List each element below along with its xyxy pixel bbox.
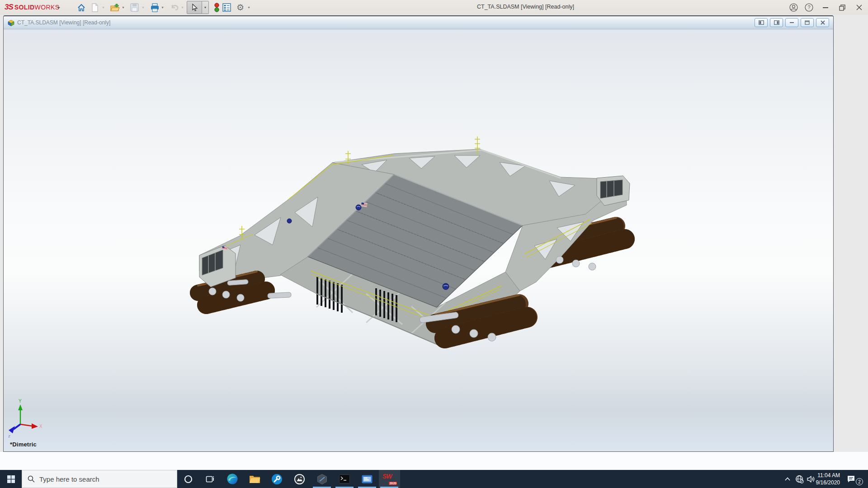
doc-minimize-button[interactable] [785,18,798,27]
hexagon-app-icon [316,474,328,485]
new-document-icon [91,3,99,12]
task-view-button[interactable] [199,470,221,488]
select-tool-dropdown[interactable]: ▾ [202,1,209,14]
svg-text:Z: Z [8,434,10,438]
menu-expander-arrow[interactable]: ▸ [58,4,62,11]
taskbar-app-command-prompt[interactable] [334,470,355,488]
tray-network-button[interactable] [793,470,806,488]
start-button[interactable] [0,470,22,488]
minimize-button[interactable] [816,0,835,15]
assembly-document-icon [7,19,15,27]
close-button[interactable] [850,0,868,15]
tray-show-hidden-icons[interactable] [781,470,794,488]
chevron-up-icon [784,477,791,481]
app-title: CT_TA.SLDASM [Viewing] [Read-only] [477,4,574,10]
undo-dropdown[interactable]: ▾ [179,1,185,14]
help-icon: ? [805,3,813,12]
wrench-circle-icon [271,474,283,485]
brand-mark: 3S [5,3,13,12]
list-report-icon [222,3,231,12]
app-window-icon [362,475,373,483]
crawler-transporter-model: Y X Z [4,29,833,452]
taskbar-app-edge[interactable] [222,470,243,488]
search-placeholder-text: Type here to search [39,475,99,483]
graphics-viewport[interactable]: Y X Z *Dimetric [4,29,833,451]
select-tool-group: ▾ [187,1,209,14]
doc-close-button[interactable] [816,18,829,27]
document-titlebar[interactable]: CT_TA.SLDASM [Viewing] [Read-only] [4,16,833,29]
save-dropdown[interactable]: ▾ [140,1,146,14]
clock-date: 9/16/2020 [810,479,840,486]
brand-name-bold: SOLID [14,4,35,11]
statusbar [0,452,868,470]
svg-text:?: ? [807,5,810,10]
view-orientation-label: *Dimetric [10,441,37,448]
globe-no-internet-icon [795,475,804,483]
action-center-button[interactable] [844,470,858,488]
svg-text:X: X [39,424,42,429]
options-button[interactable]: ⚙ [234,1,246,14]
gear-icon: ⚙ [236,2,244,13]
restore-button[interactable] [833,0,851,15]
taskbar-app-window[interactable] [356,470,378,488]
new-document-dropdown[interactable]: ▾ [100,1,106,14]
options-dropdown[interactable]: ▾ [246,1,252,14]
taskbar-app-tool-circle[interactable] [266,470,288,488]
account-icon [789,3,798,12]
restore-icon [839,5,845,11]
file-explorer-icon [249,474,260,484]
undo-button[interactable] [169,1,181,14]
taskbar-app-file-explorer[interactable] [244,470,265,488]
tile-left-icon [759,20,764,25]
print-dropdown[interactable]: ▾ [160,1,165,14]
taskbar-search-input[interactable]: Type here to search [22,470,177,488]
command-prompt-icon [339,474,350,483]
open-dropdown[interactable]: ▾ [120,1,126,14]
taskbar-app-photos[interactable] [288,470,310,488]
open-button[interactable] [108,1,121,14]
new-document-button[interactable] [89,1,101,14]
doc-tile-right-button[interactable] [770,18,783,27]
doc-restore-button[interactable] [801,18,814,27]
bill-of-materials-button[interactable] [221,1,233,14]
doc-tile-left-button[interactable] [755,18,768,27]
action-center-icon [847,475,856,483]
save-button[interactable] [128,1,141,14]
windows-logo-icon [7,475,15,483]
print-icon [150,3,160,12]
app-background [834,15,868,452]
solidworks-year-badge: 2020 [389,482,397,485]
photos-icon [294,474,305,485]
taskbar-app-solidworks[interactable]: SW 2020 [378,470,400,488]
document-title: CT_TA.SLDASM [Viewing] [Read-only] [17,19,110,26]
cortana-icon [184,475,193,483]
home-button[interactable] [75,1,87,14]
cortana-button[interactable] [177,470,199,488]
traffic-light-icon [214,3,220,13]
notification-count-badge: 2 [856,478,863,485]
brand-name-light: WORKS [35,4,60,11]
open-folder-icon [110,3,120,12]
print-button[interactable] [149,1,161,14]
doc-minimize-icon [790,22,794,23]
taskbar-app-hexagon[interactable] [311,470,333,488]
app-titlebar: 3S SOLID WORKS ▸ ▾ ▾ ▾ [0,0,868,15]
svg-text:Y: Y [19,399,22,404]
undo-icon [170,4,179,12]
solidworks-logo: 3S SOLID WORKS [5,3,59,12]
select-tool-button[interactable] [187,1,202,14]
orientation-triad: Y X Z [8,399,42,438]
doc-restore-icon [805,20,810,25]
home-icon [77,3,86,12]
tray-clock[interactable]: 11:04 AM 9/16/2020 [810,472,840,486]
task-view-icon [206,475,214,483]
help-button[interactable]: ? [800,0,818,15]
tile-right-icon [774,20,779,25]
search-icon [28,475,35,483]
edge-icon [226,473,238,485]
document-window-controls [755,18,829,27]
windows-taskbar: Type here to search [0,470,868,488]
select-cursor-icon [191,4,198,12]
clock-time: 11:04 AM [810,472,840,479]
close-icon [856,5,862,10]
